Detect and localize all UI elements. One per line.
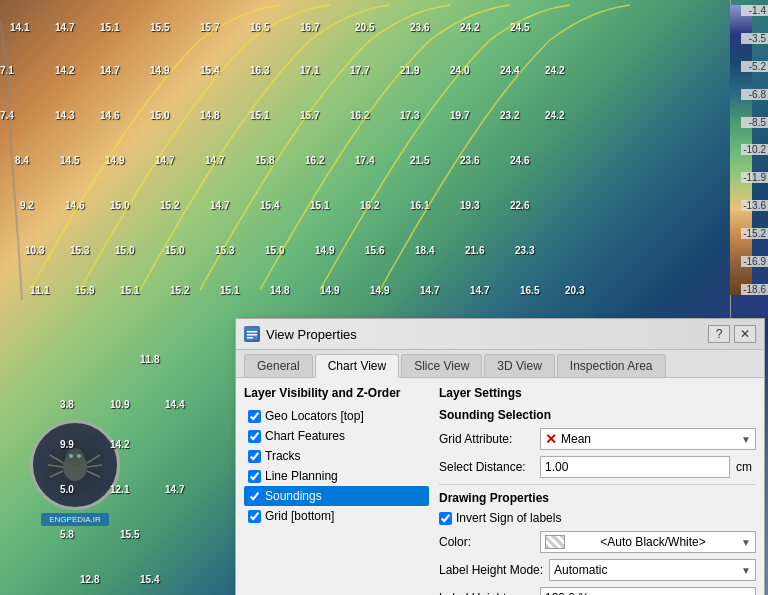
sounding-value: 15.0	[115, 245, 134, 256]
grid-attribute-row: Grid Attribute: ✕ Mean ▼	[439, 428, 756, 450]
layer-grid-checkbox[interactable]	[248, 510, 261, 523]
layer-list: Geo Locators [top] Chart Features Tracks…	[244, 406, 429, 526]
help-button[interactable]: ?	[708, 325, 730, 343]
svg-point-3	[77, 454, 81, 458]
sounding-value: 22.6	[510, 200, 529, 211]
layer-grid[interactable]: Grid [bottom]	[244, 506, 429, 526]
sounding-value: 15.3	[215, 245, 234, 256]
sounding-value: 15.4	[260, 200, 279, 211]
sounding-bottom-9: 14.2	[110, 439, 129, 450]
layer-soundings-checkbox[interactable]	[248, 490, 261, 503]
layer-line-planning[interactable]: Line Planning	[244, 466, 429, 486]
sounding-value: 15.4	[200, 65, 219, 76]
layer-tracks-label: Tracks	[265, 449, 301, 463]
sounding-value: 15.1	[100, 22, 119, 33]
sounding-value: 16.2	[350, 110, 369, 121]
legend-value: -11.9	[741, 172, 768, 183]
color-select[interactable]: <Auto Black/White> ▼	[540, 531, 756, 553]
label-height-mode-select[interactable]: Automatic ▼	[549, 559, 756, 581]
grid-attribute-text: Mean	[561, 432, 591, 446]
sounding-value: 15.7	[200, 22, 219, 33]
sounding-value: 16.5	[520, 285, 539, 296]
sounding-value: 15.1	[120, 285, 139, 296]
svg-line-6	[50, 471, 63, 477]
sounding-value: 23.6	[460, 155, 479, 166]
sounding-value: 15.0	[150, 110, 169, 121]
sounding-value: 14.9	[150, 65, 169, 76]
select-distance-row: Select Distance: cm	[439, 456, 756, 478]
label-height-label: Label Height:	[439, 591, 534, 595]
layer-line-planning-label: Line Planning	[265, 469, 338, 483]
sounding-value: 15.9	[75, 285, 94, 296]
layer-line-planning-checkbox[interactable]	[248, 470, 261, 483]
invert-sign-checkbox[interactable]	[439, 512, 452, 525]
legend-values: -1.4-3.5-5.2-6.8-8.5-10.2-11.9-13.6-15.2…	[741, 5, 768, 295]
svg-line-7	[87, 455, 100, 463]
sounding-value: 17.4	[355, 155, 374, 166]
dialog-title: View Properties	[266, 327, 357, 342]
sounding-bottom-3: 5.8	[60, 529, 74, 540]
color-row: Color: <Auto Black/White> ▼	[439, 531, 756, 553]
sounding-bottom-6: 12.1	[110, 484, 129, 495]
logo-brand-bar: ENGPEDIA.IR	[41, 513, 109, 526]
layer-soundings[interactable]: Soundings	[244, 486, 429, 506]
sounding-value: 15.0	[265, 245, 284, 256]
sounding-value: 23.3	[515, 245, 534, 256]
dialog-controls: ? ✕	[708, 325, 756, 343]
tab-3d-view[interactable]: 3D View	[484, 354, 554, 377]
svg-point-2	[69, 454, 73, 458]
label-height-row: Label Height:	[439, 587, 756, 595]
sounding-value: 20.5	[355, 22, 374, 33]
sounding-value: 14.3	[55, 110, 74, 121]
sounding-bottom-1: 12.8	[80, 574, 99, 585]
layer-geo-locators-checkbox[interactable]	[248, 410, 261, 423]
sounding-value: 24.2	[545, 110, 564, 121]
tab-general[interactable]: General	[244, 354, 313, 377]
sounding-bottom-10: 3.8	[60, 399, 74, 410]
sounding-value: 16.5	[250, 22, 269, 33]
divider-1	[439, 484, 756, 485]
close-button[interactable]: ✕	[734, 325, 756, 343]
sounding-value: 15.2	[160, 200, 179, 211]
layer-chart-features[interactable]: Chart Features	[244, 426, 429, 446]
sounding-bottom-4: 15.5	[120, 529, 139, 540]
layer-chart-features-checkbox[interactable]	[248, 430, 261, 443]
sounding-bottom-5: 5.0	[60, 484, 74, 495]
svg-point-1	[66, 448, 84, 466]
legend-value: -3.5	[741, 33, 768, 44]
sounding-value: 19.3	[460, 200, 479, 211]
settings-panel-header: Layer Settings	[439, 386, 756, 400]
layer-panel: Layer Visibility and Z-Order Geo Locator…	[244, 386, 429, 595]
dialog-title-left: View Properties	[244, 326, 357, 342]
layer-geo-locators[interactable]: Geo Locators [top]	[244, 406, 429, 426]
color-value: <Auto Black/White>	[600, 535, 705, 549]
sounding-value: 14.1	[10, 22, 29, 33]
view-properties-dialog: View Properties ? ✕ General Chart View S…	[235, 318, 765, 595]
layer-tracks[interactable]: Tracks	[244, 446, 429, 466]
sounding-bottom-11: 10.9	[110, 399, 129, 410]
chevron-down-icon: ▼	[741, 434, 751, 445]
sounding-value: 20.3	[565, 285, 584, 296]
label-height-input[interactable]	[540, 587, 756, 595]
soundings-overlay: 14.114.715.115.515.716.516.720.523.624.2…	[0, 0, 700, 320]
grid-attribute-select[interactable]: ✕ Mean ▼	[540, 428, 756, 450]
layer-tracks-checkbox[interactable]	[248, 450, 261, 463]
legend-value: -16.9	[741, 256, 768, 267]
tab-slice-view[interactable]: Slice View	[401, 354, 482, 377]
sounding-value: 14.7	[210, 200, 229, 211]
sounding-value: 16.2	[360, 200, 379, 211]
sounding-bottom-12: 14.4	[165, 399, 184, 410]
sounding-value: 14.9	[370, 285, 389, 296]
view-properties-icon	[245, 327, 259, 341]
sounding-value: 8.4	[15, 155, 29, 166]
color-swatch	[545, 535, 565, 549]
sounding-bottom-7: 14.7	[165, 484, 184, 495]
layer-panel-header: Layer Visibility and Z-Order	[244, 386, 429, 400]
sounding-value: 14.5	[60, 155, 79, 166]
legend-value: -13.6	[741, 200, 768, 211]
tab-inspection-area[interactable]: Inspection Area	[557, 354, 666, 377]
sounding-bottom-13: 11.8	[140, 354, 159, 365]
sounding-value: 15.1	[310, 200, 329, 211]
tab-chart-view[interactable]: Chart View	[315, 354, 399, 378]
select-distance-input[interactable]	[540, 456, 730, 478]
